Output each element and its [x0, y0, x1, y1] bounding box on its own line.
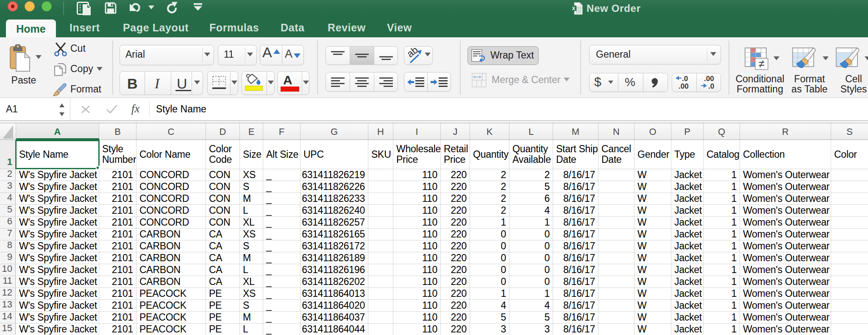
svg-text:X: X — [572, 6, 576, 11]
svg-text:.00: .00 — [679, 82, 689, 90]
svg-text:ab: ab — [406, 47, 420, 59]
svg-text:≠: ≠ — [759, 57, 765, 70]
svg-text:.0: .0 — [682, 75, 688, 83]
svg-text:.0: .0 — [708, 82, 714, 90]
svg-text:.00: .00 — [704, 75, 714, 83]
